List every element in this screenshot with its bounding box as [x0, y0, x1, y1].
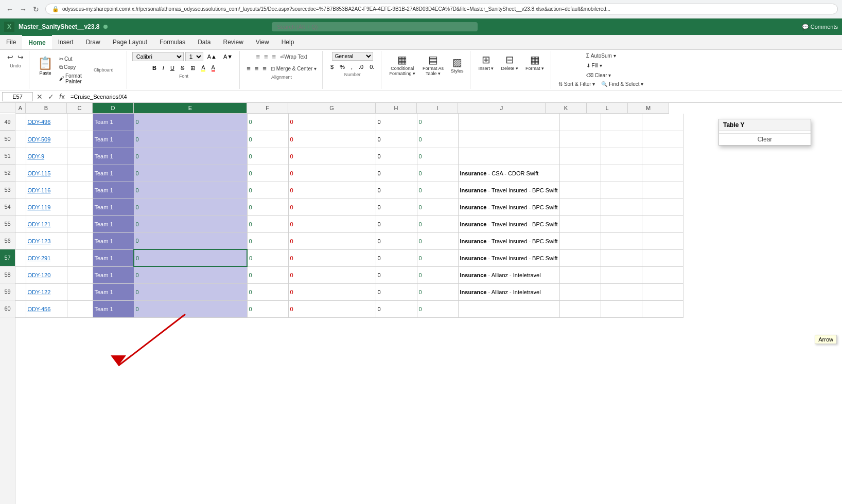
cell-k[interactable] — [559, 232, 601, 249]
cell-i[interactable]: 0 — [417, 199, 458, 215]
col-header-i[interactable]: I — [417, 103, 458, 113]
strikethrough-button[interactable]: S — [178, 64, 187, 72]
cell-h[interactable]: 0 — [376, 232, 417, 249]
cell-h[interactable]: 0 — [376, 148, 417, 165]
col-header-m[interactable]: M — [628, 103, 669, 113]
cell-d[interactable]: Team 1 — [93, 131, 134, 148]
address-bar[interactable]: 🔒 odysseus-my.sharepoint.com/:x:/r/perso… — [45, 4, 838, 14]
cell-b[interactable]: ODY-116 — [26, 182, 67, 199]
bold-button[interactable]: B — [150, 64, 159, 72]
cell-j[interactable] — [458, 114, 559, 131]
col-header-c[interactable]: C — [67, 103, 93, 113]
cell-m[interactable] — [642, 114, 683, 131]
format-as-table-button[interactable]: ▤ Format AsTable ▾ — [420, 52, 446, 78]
underline-button[interactable]: U — [168, 64, 177, 72]
row-56[interactable]: 56 — [0, 232, 15, 249]
cell-j[interactable]: Insurance - CSA - CDOR Swift — [458, 165, 559, 182]
paste-button[interactable]: 📋 Paste — [34, 55, 56, 77]
tab-draw[interactable]: Draw — [80, 35, 107, 49]
confirm-formula-icon[interactable]: ✓ — [46, 93, 56, 101]
tab-file[interactable]: File — [0, 35, 22, 49]
cell-f[interactable]: 0 — [247, 114, 288, 131]
cell-m[interactable] — [642, 249, 683, 266]
browser-nav-buttons[interactable]: ← → ↻ — [4, 4, 41, 14]
tab-insert[interactable]: Insert — [52, 35, 80, 49]
cell-m[interactable] — [642, 215, 683, 232]
row-51[interactable]: 51 — [0, 148, 15, 165]
cell-h[interactable]: 0 — [376, 300, 417, 317]
cell-h[interactable]: 0 — [376, 131, 417, 148]
cell-c[interactable] — [67, 300, 93, 317]
cell-j[interactable]: Insurance - Travel insured - BPC Swift — [458, 182, 559, 199]
cell-e[interactable]: 0 — [134, 266, 247, 283]
cell-k[interactable] — [559, 148, 601, 165]
row-58[interactable]: 58 — [0, 266, 15, 283]
cell-e[interactable]: 0 — [134, 199, 247, 215]
issue-link[interactable]: ODY-120 — [28, 272, 51, 278]
cell-d[interactable]: Team 1 — [93, 215, 134, 232]
cell-d[interactable]: Team 1 — [93, 232, 134, 249]
align-bottom-center-btn[interactable]: ≡ — [253, 64, 260, 74]
align-top-right-btn[interactable]: ≡ — [271, 52, 278, 62]
cell-k[interactable] — [559, 266, 601, 283]
redo-button[interactable]: ↪ — [16, 52, 25, 62]
cell-b[interactable]: ODY-121 — [26, 215, 67, 232]
issue-link[interactable]: ODY-9 — [28, 153, 45, 159]
cell-j[interactable] — [458, 300, 559, 317]
cell-f[interactable]: 0 — [247, 199, 288, 215]
border-button[interactable]: ⊞ — [188, 64, 198, 73]
cell-d[interactable]: Team 1 — [93, 266, 134, 283]
cell-k[interactable] — [559, 165, 601, 182]
cell-j[interactable]: Insurance - Allianz - Inteletravel — [458, 283, 559, 300]
decrease-decimal-btn[interactable]: 0. — [367, 63, 377, 71]
col-header-l[interactable]: L — [587, 103, 628, 113]
cell-e[interactable]: 0 — [134, 182, 247, 199]
insert-cells-button[interactable]: ⊞ Insert ▾ — [476, 52, 496, 73]
align-bottom-right-btn[interactable]: ≡ — [261, 64, 268, 74]
comments-button[interactable]: 💬 Comments — [802, 24, 838, 30]
cell-a[interactable] — [15, 131, 26, 148]
conditional-formatting-button[interactable]: ▦ ConditionalFormatting ▾ — [387, 52, 418, 78]
tab-help[interactable]: Help — [275, 35, 301, 49]
issue-link[interactable]: ODY-122 — [28, 289, 51, 295]
cell-f[interactable]: 0 — [247, 249, 288, 266]
increase-font-btn[interactable]: A▲ — [205, 52, 219, 61]
cell-g[interactable]: 0 — [288, 114, 376, 131]
cell-c[interactable] — [67, 131, 93, 148]
cell-d[interactable]: Team 1 — [93, 165, 134, 182]
cell-g[interactable]: 0 — [288, 131, 376, 148]
cell-i[interactable]: 0 — [417, 249, 458, 266]
cell-f[interactable]: 0 — [247, 215, 288, 232]
number-format-select[interactable]: General — [332, 52, 373, 61]
cell-c[interactable] — [67, 266, 93, 283]
cell-l[interactable] — [601, 165, 642, 182]
row-50[interactable]: 50 — [0, 131, 15, 148]
cell-a[interactable] — [15, 283, 26, 300]
cell-b[interactable]: ODY-509 — [26, 131, 67, 148]
cell-h[interactable]: 0 — [376, 249, 417, 266]
cell-e[interactable]: 0 — [134, 114, 247, 131]
cell-b[interactable]: ODY-496 — [26, 114, 67, 131]
cell-c[interactable] — [67, 182, 93, 199]
fill-button[interactable]: ⬇ Fill ▾ — [584, 62, 618, 69]
cell-l[interactable] — [601, 148, 642, 165]
cell-e[interactable]: 0 — [134, 232, 247, 249]
cell-e[interactable]: 0 — [134, 165, 247, 182]
col-header-e[interactable]: E — [134, 103, 247, 113]
col-header-k[interactable]: K — [546, 103, 587, 113]
tab-review[interactable]: Review — [217, 35, 249, 49]
cell-f[interactable]: 0 — [247, 232, 288, 249]
cell-k[interactable] — [559, 300, 601, 317]
back-button[interactable]: ← — [4, 4, 15, 14]
cell-l[interactable] — [601, 283, 642, 300]
cell-i[interactable]: 0 — [417, 148, 458, 165]
col-header-j[interactable]: J — [458, 103, 546, 113]
cell-g[interactable]: 0 — [288, 165, 376, 182]
cell-i[interactable]: 0 — [417, 165, 458, 182]
cell-g[interactable]: 0 — [288, 283, 376, 300]
title-search-input[interactable] — [272, 22, 478, 31]
cell-l[interactable] — [601, 266, 642, 283]
cell-k[interactable] — [559, 215, 601, 232]
cell-l[interactable] — [601, 232, 642, 249]
cell-m[interactable] — [642, 283, 683, 300]
